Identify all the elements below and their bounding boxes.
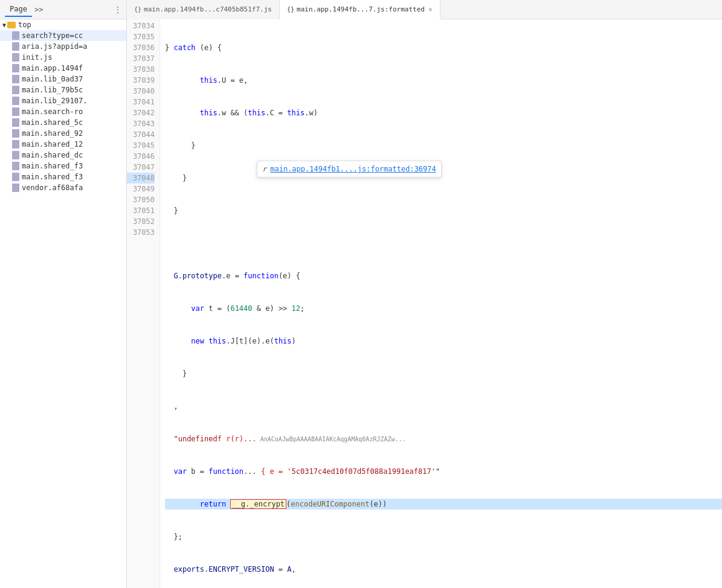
tree-item-main-app[interactable]: main.app.1494f bbox=[0, 63, 126, 74]
file-icon bbox=[12, 184, 19, 192]
tree-item-main-lib2[interactable]: main.lib_79b5c bbox=[0, 85, 126, 95]
file-icon bbox=[12, 118, 19, 127]
tree-item-main-shared1[interactable]: main.shared_5c bbox=[0, 117, 126, 128]
tree-item-label: main.shared_f3 bbox=[22, 173, 83, 181]
file-icon bbox=[12, 151, 19, 159]
tooltip-link[interactable]: main.app.1494fb1....js:formatted:36974 bbox=[270, 164, 436, 174]
code-line-37037: } bbox=[165, 140, 722, 151]
tab-main-app-minified[interactable]: {} main.app.1494fb...c7405b851f7.js bbox=[127, 0, 280, 19]
tree-item-search[interactable]: search?type=cc bbox=[0, 30, 126, 41]
tree-item-main-lib3[interactable]: main.lib_29107. bbox=[0, 95, 126, 106]
file-icon bbox=[12, 140, 19, 149]
tree-item-label: main.shared_5c bbox=[22, 118, 83, 127]
code-line-37044: } bbox=[165, 368, 722, 379]
code-line-37050: exports.ENCRYPT_VERSION = A, bbox=[165, 564, 722, 575]
editor-area: {} main.app.1494fb...c7405b851f7.js {} m… bbox=[127, 0, 722, 588]
tooltip-r-label: r bbox=[262, 164, 266, 174]
tree-item-main-shared6[interactable]: main.shared_f3 bbox=[0, 171, 126, 182]
tree-item-main-shared4[interactable]: main.shared_dc bbox=[0, 150, 126, 161]
highlight-encrypt: __g._encrypt bbox=[230, 499, 286, 509]
tree-item-main-shared5[interactable]: main.shared_f3 bbox=[0, 161, 126, 171]
code-line-37045: , bbox=[165, 401, 722, 412]
file-icon bbox=[12, 31, 19, 40]
line-numbers: 37034 37035 37036 37037 37038 37039 3704… bbox=[127, 19, 160, 588]
file-icon bbox=[12, 64, 19, 72]
tree-item-label: aria.js?appid=a bbox=[22, 42, 87, 51]
folder-icon bbox=[7, 22, 16, 28]
code-line-37042: var t = (61440 & e) >> 12; bbox=[165, 303, 722, 314]
code-line-37039: } bbox=[165, 205, 722, 216]
tree-item-label: top bbox=[18, 21, 31, 29]
tab-page[interactable]: Page bbox=[5, 2, 32, 17]
sidebar-menu-button[interactable]: ⋮ bbox=[114, 5, 121, 14]
file-icon bbox=[12, 97, 19, 105]
code-line-37034: } catch (e) { bbox=[165, 42, 722, 53]
sidebar-tree: ▼ top search?type=cc aria.js?appid=a ini… bbox=[0, 19, 126, 588]
file-icon bbox=[12, 75, 19, 83]
tree-item-label: main.shared_dc bbox=[22, 151, 83, 159]
tree-item-label: main.lib_29107. bbox=[22, 97, 87, 105]
sidebar-tab-bar: Page >> ⋮ bbox=[0, 0, 126, 19]
tree-item-label: main.shared_f3 bbox=[22, 162, 83, 170]
tab-label: main.app.1494fb...7.js:formatted bbox=[297, 5, 425, 13]
tab-label: main.app.1494fb...c7405b851f7.js bbox=[144, 5, 272, 13]
file-icon bbox=[12, 129, 19, 138]
tree-item-aria[interactable]: aria.js?appid=a bbox=[0, 41, 126, 52]
code-line-37047: var b = function... { e = '5c0317c4ed10f… bbox=[165, 466, 722, 477]
tooltip-popup: r main.app.1494fb1....js:formatted:36974 bbox=[257, 161, 442, 177]
code-line-37038: } bbox=[165, 173, 722, 184]
tree-item-top[interactable]: ▼ top bbox=[0, 19, 126, 30]
tree-item-label: main.app.1494f bbox=[22, 64, 83, 72]
tree-item-label: search?type=cc bbox=[22, 31, 83, 40]
code-line-37035: this.U = e, bbox=[165, 75, 722, 86]
code-line-37036: this.w && (this.C = this.w) bbox=[165, 107, 722, 118]
code-line-37043: new this.J[t](e).e(this) bbox=[165, 336, 722, 347]
tree-item-label: main.shared_92 bbox=[22, 129, 83, 138]
tree-item-vendor[interactable]: vendor.af68afa bbox=[0, 182, 126, 193]
tab-close-button[interactable]: ✕ bbox=[428, 5, 433, 13]
tree-item-label: main.lib_0ad37 bbox=[22, 75, 83, 83]
file-icon bbox=[12, 107, 19, 116]
tab-file-icon: {} bbox=[134, 6, 141, 13]
tab-file-icon: {} bbox=[287, 6, 294, 13]
tree-item-main-search[interactable]: main.search-ro bbox=[0, 106, 126, 117]
editor-content: 37034 37035 37036 37037 37038 37039 3704… bbox=[127, 19, 722, 588]
code-line-37041: G.prototype.e = function(e) { bbox=[165, 270, 722, 281]
file-icon bbox=[12, 162, 19, 170]
tree-item-main-shared3[interactable]: main.shared_12 bbox=[0, 139, 126, 150]
sidebar-more-tabs[interactable]: >> bbox=[34, 5, 43, 14]
file-icon bbox=[12, 53, 19, 62]
tree-item-label: main.lib_79b5c bbox=[22, 86, 83, 94]
tree-item-label: main.search-ro bbox=[22, 107, 83, 116]
file-icon bbox=[12, 42, 19, 51]
code-line-37040 bbox=[165, 238, 722, 249]
code-line-37049: }; bbox=[165, 531, 722, 542]
tab-main-app-formatted[interactable]: {} main.app.1494fb...7.js:formatted ✕ bbox=[280, 0, 440, 19]
code-view: 37034 37035 37036 37037 37038 37039 3704… bbox=[127, 19, 722, 588]
tree-item-label: vendor.af68afa bbox=[22, 184, 83, 192]
file-icon bbox=[12, 173, 19, 181]
code-lines[interactable]: } catch (e) { this.U = e, this.w && (thi… bbox=[160, 19, 722, 588]
tree-item-main-shared2[interactable]: main.shared_92 bbox=[0, 128, 126, 139]
code-line-37046: "undefinedf r(r)... AnACoAJwBpAAAABAAIAK… bbox=[165, 433, 722, 444]
chevron-down-icon: ▼ bbox=[2, 22, 6, 28]
editor-tab-bar: {} main.app.1494fb...c7405b851f7.js {} m… bbox=[127, 0, 722, 19]
tree-item-label: init.js bbox=[22, 53, 53, 62]
file-icon bbox=[12, 86, 19, 94]
tree-item-init[interactable]: init.js bbox=[0, 52, 126, 63]
tree-item-label: main.shared_12 bbox=[22, 140, 83, 149]
code-line-37048: return __g._encrypt(encodeURIComponent(e… bbox=[165, 499, 722, 510]
sidebar: Page >> ⋮ ▼ top search?type=cc aria.js?a… bbox=[0, 0, 127, 588]
tree-item-main-lib1[interactable]: main.lib_0ad37 bbox=[0, 74, 126, 85]
